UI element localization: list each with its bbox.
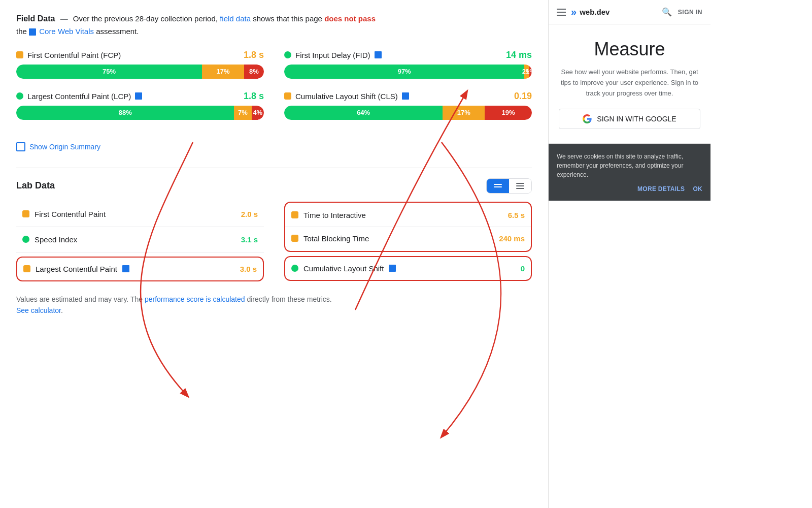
perf-score-link[interactable]: performance score is calculated — [145, 295, 245, 303]
google-g-icon — [583, 114, 592, 123]
fcp-bar-green: 75% — [16, 65, 202, 79]
measure-card: Measure See how well your website perfor… — [549, 24, 710, 144]
toggle-list-btn[interactable] — [509, 179, 531, 193]
metric-fcp-title-group: First Contentful Paint (FCP) — [16, 51, 121, 59]
fid-bar-green: 97% — [284, 65, 524, 79]
metric-lcp: Largest Contentful Paint (LCP) 1.8 s 88%… — [16, 91, 264, 120]
lab-data-section: Lab Data — [16, 178, 532, 283]
fcp-bar: 75% 17% 8% — [16, 65, 264, 79]
lab-cls: Cumulative Layout Shift 0 — [284, 256, 532, 281]
metric-cls-title-group: Cumulative Layout Shift (CLS) — [284, 92, 409, 101]
lab-tti-value: 6.5 s — [508, 211, 525, 219]
lab-tbt-value: 240 ms — [499, 234, 525, 243]
show-origin-label[interactable]: Show Origin Summary — [29, 143, 100, 151]
lcp-title: Largest Contentful Paint (LCP) — [27, 92, 131, 101]
cookie-more-details-button[interactable]: MORE DETAILS — [637, 185, 685, 193]
lcp-dot — [16, 92, 23, 100]
fcp-bar-orange: 17% — [202, 65, 244, 79]
lab-si-dot — [22, 236, 29, 243]
lab-fcp-title: First Contentful Paint — [35, 210, 106, 218]
footer-text-post: . — [61, 306, 63, 314]
lab-si-left: Speed Index — [22, 235, 77, 244]
field-data-header: Field Data — Over the previous 28-day co… — [16, 12, 532, 38]
footer-note: Values are estimated and may vary. The p… — [16, 294, 532, 316]
footer-text-mid: directly from these metrics. — [247, 295, 331, 303]
lab-fcp-value: 2.0 s — [241, 210, 258, 218]
lab-lcp: Largest Contentful Paint 3.0 s — [16, 257, 264, 281]
show-origin-checkbox[interactable] — [16, 142, 25, 151]
logo-text: web.dev — [580, 8, 610, 16]
lab-fcp: First Contentful Paint 2.0 s — [16, 202, 264, 227]
lcp-bar-green: 88% — [16, 106, 234, 120]
cookie-text: We serve cookies on this site to analyze… — [557, 152, 702, 179]
lab-tti-dot — [291, 211, 298, 218]
toggle-equal-btn[interactable] — [487, 179, 509, 193]
lab-lcp-cwv-badge — [122, 265, 129, 272]
lab-metrics-grid: First Contentful Paint 2.0 s Speed Index… — [16, 202, 532, 283]
fid-bar: 97% 2% 1% — [284, 65, 532, 79]
fcp-value: 1.8 s — [244, 50, 264, 60]
lab-tti-tbt-group: Time to Interactive 6.5 s Total Blocking… — [284, 202, 532, 252]
see-calculator-link[interactable]: See calculator — [16, 306, 61, 314]
metric-cls-header: Cumulative Layout Shift (CLS) 0.19 — [284, 91, 532, 102]
footer-text-pre: Values are estimated and may vary. The — [16, 295, 143, 303]
hamburger-icon[interactable] — [557, 9, 566, 16]
equal-icon — [494, 184, 502, 187]
fid-value: 14 ms — [506, 50, 532, 60]
header-desc-mid: shows that this page — [253, 14, 322, 23]
lab-tbt-dot — [291, 235, 298, 242]
lab-si-title: Speed Index — [35, 235, 77, 244]
show-origin-row[interactable]: Show Origin Summary — [16, 142, 532, 151]
sidebar-nav-right: 🔍 SIGN IN — [662, 7, 702, 17]
cls-bar-orange: 17% — [443, 106, 485, 120]
cwv-link[interactable]: Core Web Vitals — [39, 27, 94, 36]
webdev-logo: » web.dev — [571, 6, 610, 18]
fail-text: does not pass — [324, 14, 376, 23]
lab-cls-title: Cumulative Layout Shift — [303, 264, 384, 273]
view-toggle[interactable] — [486, 178, 532, 194]
measure-desc: See how well your website performs. Then… — [559, 67, 700, 99]
lab-lcp-title: Largest Contentful Paint — [36, 265, 117, 273]
metric-fid-header: First Input Delay (FID) 14 ms — [284, 50, 532, 60]
dash: — — [60, 14, 68, 23]
cls-cwv-badge — [402, 92, 409, 100]
assessment-text: assessment. — [96, 27, 139, 36]
fid-cwv-badge — [375, 51, 382, 58]
lcp-bar-orange: 7% — [234, 106, 251, 120]
cls-value: 0.19 — [514, 91, 532, 102]
cls-title: Cumulative Layout Shift (CLS) — [295, 92, 398, 101]
metric-fid: First Input Delay (FID) 14 ms 97% 2% 1% — [284, 50, 532, 79]
search-icon[interactable]: 🔍 — [662, 7, 672, 17]
header-desc-post: the — [16, 27, 27, 36]
lab-lcp-dot — [23, 265, 30, 272]
metric-fcp: First Contentful Paint (FCP) 1.8 s 75% 1… — [16, 50, 264, 79]
main-content: Field Data — Over the previous 28-day co… — [0, 0, 548, 508]
cls-bar-green: 64% — [284, 106, 443, 120]
lab-si-value: 3.1 s — [241, 235, 258, 244]
sidebar-top-bar: » web.dev 🔍 SIGN IN — [549, 0, 710, 24]
google-signin-button[interactable]: SIGN IN WITH GOOGLE — [559, 109, 700, 129]
field-data-link[interactable]: field data — [220, 14, 251, 23]
lab-cls-value: 0 — [521, 264, 525, 273]
lab-cls-dot — [291, 265, 298, 272]
lab-tti-title: Time to Interactive — [303, 211, 366, 219]
lab-col-left: First Contentful Paint 2.0 s Speed Index… — [16, 202, 264, 283]
list-icon — [516, 183, 524, 189]
cls-bar-red: 19% — [485, 106, 532, 120]
fid-bar-red: 1% — [529, 65, 532, 79]
sign-in-text[interactable]: SIGN IN — [678, 9, 702, 16]
google-signin-label: SIGN IN WITH GOOGLE — [597, 115, 676, 123]
cookie-ok-button[interactable]: OK — [693, 185, 702, 193]
sidebar-nav-left: » web.dev — [557, 6, 610, 18]
page-wrapper: Field Data — Over the previous 28-day co… — [0, 0, 812, 508]
lab-data-header: Lab Data — [16, 178, 532, 194]
cwv-icon — [29, 28, 36, 36]
fcp-bar-red: 8% — [244, 65, 264, 79]
lab-cls-cwv-badge — [389, 265, 396, 272]
sidebar: » web.dev 🔍 SIGN IN Measure See how well… — [548, 0, 710, 508]
lab-lcp-value: 3.0 s — [240, 265, 257, 273]
measure-title: Measure — [559, 39, 700, 60]
fcp-title: First Contentful Paint (FCP) — [27, 51, 121, 59]
cls-dot — [284, 92, 291, 100]
metric-fid-title-group: First Input Delay (FID) — [284, 51, 382, 59]
